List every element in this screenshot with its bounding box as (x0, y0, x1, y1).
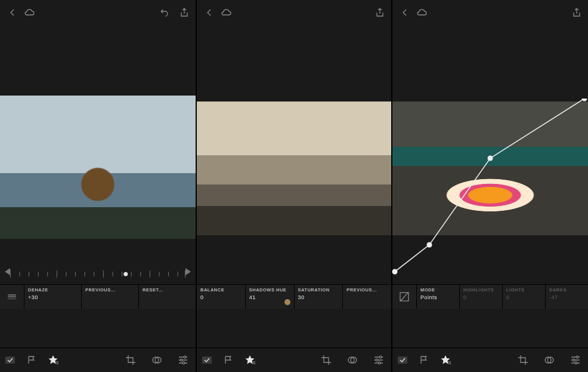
cloud-icon (220, 8, 232, 17)
star-button[interactable]: S (47, 353, 60, 367)
tone-curve[interactable] (389, 99, 588, 278)
share-icon (572, 7, 581, 18)
checkbox-review[interactable] (4, 353, 17, 367)
slider-thumb[interactable] (123, 272, 128, 276)
param-label: BALANCE (200, 287, 242, 293)
param-label: SATURATION (298, 287, 339, 293)
param-lights[interactable]: LIGHTS 0 (502, 285, 545, 309)
param-balance[interactable]: BALANCE 0 (197, 285, 245, 309)
param-row: MODE Points HIGHLIGHTS 0 LIGHTS 0 DARKS … (392, 284, 588, 309)
photo-preview[interactable] (0, 96, 196, 239)
undo-icon (159, 8, 169, 17)
param-shadows-hue[interactable]: SHADOWS HUE 41 (245, 285, 294, 309)
crop-button[interactable] (124, 353, 137, 367)
param-dehaze[interactable]: DEHAZE +30 (24, 285, 81, 309)
undo-button[interactable] (156, 6, 172, 19)
param-value: 0 (200, 294, 242, 300)
adjust-button[interactable] (177, 353, 190, 367)
back-button[interactable] (202, 6, 217, 19)
param-menu-button[interactable] (0, 285, 24, 309)
venn-icon (544, 355, 555, 365)
cloud-button[interactable] (414, 6, 429, 19)
svg-point-33 (576, 356, 578, 358)
cloud-icon (23, 8, 35, 17)
panel-2: BALANCE 0 SHADOWS HUE 41 SATURATION 30 P… (197, 0, 391, 372)
presets-button[interactable] (543, 353, 556, 367)
cloud-button[interactable] (21, 6, 37, 19)
star-button[interactable]: S (439, 353, 452, 367)
flag-button[interactable] (25, 353, 38, 367)
flag-icon (224, 355, 233, 365)
param-value: Points (420, 294, 456, 300)
crop-icon (125, 355, 136, 365)
crop-button[interactable] (320, 353, 333, 367)
back-button[interactable] (397, 6, 413, 19)
param-label: DEHAZE (28, 287, 78, 293)
param-value: +30 (28, 294, 78, 300)
cloud-button[interactable] (218, 6, 234, 19)
topbar (0, 0, 196, 23)
crop-icon (518, 355, 528, 365)
param-saturation[interactable]: SATURATION 30 (294, 285, 343, 309)
param-value: 30 (298, 294, 339, 300)
presets-button[interactable] (150, 353, 163, 367)
curve-point[interactable] (427, 242, 432, 248)
svg-point-35 (575, 362, 577, 364)
param-row: DEHAZE +30 PREVIOUS... RESET... (0, 284, 196, 309)
sliders-icon (178, 355, 188, 365)
svg-point-24 (182, 362, 185, 364)
param-label: LIGHTS (506, 287, 541, 293)
flag-icon (27, 355, 36, 365)
share-button[interactable] (372, 6, 388, 19)
adjust-button[interactable] (569, 353, 582, 367)
param-darks[interactable]: DARKS -47 (545, 285, 588, 309)
star-button[interactable]: S (243, 353, 256, 367)
curve-icon (399, 291, 410, 302)
param-value: 0 (463, 294, 499, 300)
checkbox-review[interactable] (200, 353, 213, 367)
share-icon (180, 7, 189, 18)
crop-button[interactable] (516, 353, 530, 367)
param-mode[interactable]: MODE Points (416, 285, 459, 309)
param-label: RESET... (143, 287, 192, 293)
param-label: SHADOWS HUE (249, 287, 290, 293)
back-button[interactable] (5, 6, 20, 19)
param-previous[interactable]: PREVIOUS... (342, 285, 391, 309)
svg-point-22 (184, 356, 186, 358)
share-button[interactable] (177, 6, 192, 19)
share-icon (375, 7, 385, 18)
sliders-icon (373, 355, 384, 365)
param-value: 41 (249, 294, 290, 300)
share-button[interactable] (569, 6, 584, 19)
slider-right-arrow-icon[interactable] (185, 268, 191, 275)
slider-ticks (5, 268, 191, 280)
slider-track[interactable] (5, 266, 191, 282)
curve-mode-icon[interactable] (392, 285, 416, 309)
param-highlights[interactable]: HIGHLIGHTS 0 (459, 285, 502, 309)
chevron-left-icon (8, 8, 17, 17)
star-sub: S (56, 361, 59, 365)
svg-point-27 (379, 356, 382, 358)
chevron-left-icon (401, 8, 409, 17)
param-previous[interactable]: PREVIOUS... (81, 285, 138, 309)
adjust-button[interactable] (372, 353, 385, 367)
crop-icon (321, 355, 332, 365)
curve-point[interactable] (582, 99, 587, 102)
star-sub: S (448, 361, 451, 365)
flag-button[interactable] (417, 353, 431, 367)
param-reset[interactable]: RESET... (138, 285, 196, 309)
flag-button[interactable] (222, 353, 235, 367)
cloud-icon (416, 8, 428, 17)
checkbox-review[interactable] (396, 353, 409, 367)
param-label: MODE (420, 287, 456, 293)
flag-icon (419, 355, 429, 365)
curve-point[interactable] (488, 156, 493, 161)
panel-1: DEHAZE +30 PREVIOUS... RESET... S (0, 0, 196, 372)
sliders-icon (570, 355, 581, 365)
curve-point[interactable] (392, 269, 398, 275)
photo-preview[interactable] (197, 102, 391, 235)
venn-icon (151, 355, 162, 365)
panel-3: MODE Points HIGHLIGHTS 0 LIGHTS 0 DARKS … (392, 0, 588, 372)
presets-button[interactable] (346, 353, 359, 367)
tool-row: S (0, 348, 196, 372)
